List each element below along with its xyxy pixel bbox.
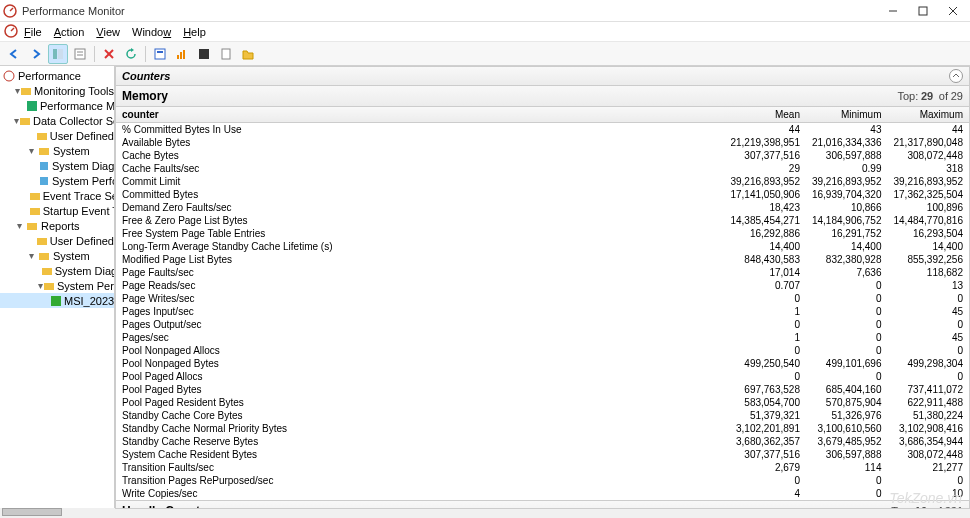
memory-title: Memory (122, 89, 168, 103)
menu-action[interactable]: Action (48, 24, 91, 40)
forward-button[interactable] (26, 44, 46, 64)
table-row[interactable]: Pool Nonpaged Allocs000 (116, 344, 970, 357)
tree-monitoring-tools[interactable]: ▾Monitoring Tools (0, 83, 114, 98)
refresh-button[interactable] (121, 44, 141, 64)
counters-header[interactable]: Counters (115, 66, 970, 86)
table-row[interactable]: Pool Paged Resident Bytes583,054,700570,… (116, 396, 970, 409)
col-max[interactable]: Maximum (887, 107, 969, 123)
table-row[interactable]: Transition Pages RePurposed/sec000 (116, 474, 970, 487)
tree-userdef2[interactable]: User Defined (0, 233, 114, 248)
view-report-button[interactable] (150, 44, 170, 64)
table-row[interactable]: Free System Page Table Entries16,292,886… (116, 227, 970, 240)
table-row[interactable]: Pages Output/sec000 (116, 318, 970, 331)
svg-rect-32 (39, 253, 49, 260)
table-row[interactable]: Cache Faults/sec290.99318 (116, 162, 970, 175)
report-content[interactable]: Counters Memory Top: 29 of 29 counter Me… (115, 66, 970, 508)
tree-sysperf2[interactable]: ▾System Performance (0, 278, 114, 293)
table-row[interactable]: Long-Term Average Standby Cache Lifetime… (116, 240, 970, 253)
tree-root[interactable]: Performance (0, 68, 114, 83)
handle-section-header[interactable]: Handle Count Top: 10 of 331 (115, 501, 970, 508)
view-chart-button[interactable] (172, 44, 192, 64)
table-row[interactable]: Demand Zero Faults/sec18,42310,866100,89… (116, 201, 970, 214)
col-counter[interactable]: counter (116, 107, 725, 123)
table-row[interactable]: Available Bytes21,219,398,95121,016,334,… (116, 136, 970, 149)
svg-rect-24 (37, 133, 47, 140)
cell-mean: 0 (724, 318, 806, 331)
menu-help[interactable]: Help (177, 24, 212, 40)
table-row[interactable]: Free & Zero Page List Bytes14,385,454,27… (116, 214, 970, 227)
cell-mean: 499,250,540 (724, 357, 806, 370)
table-row[interactable]: Committed Bytes17,141,050,90616,939,704,… (116, 188, 970, 201)
tree-dcs[interactable]: ▾Data Collector Sets (0, 113, 114, 128)
folder-button[interactable] (238, 44, 258, 64)
table-row[interactable]: Cache Bytes307,377,516306,597,888308,072… (116, 149, 970, 162)
maximize-button[interactable] (908, 1, 938, 21)
cell-name: Cache Faults/sec (116, 162, 725, 175)
app-icon (2, 3, 18, 19)
menu-window[interactable]: Window (126, 24, 177, 40)
cell-min: 7,636 (806, 266, 888, 279)
tree-perfmon[interactable]: Performance Monitor (0, 98, 114, 113)
tree-reports[interactable]: ▾Reports (0, 218, 114, 233)
cell-max: 0 (887, 370, 969, 383)
cell-mean: 0 (724, 474, 806, 487)
table-row[interactable]: Pool Paged Bytes697,763,528685,404,16073… (116, 383, 970, 396)
table-row[interactable]: Pool Paged Allocs000 (116, 370, 970, 383)
view-log-button[interactable] (216, 44, 236, 64)
table-row[interactable]: Page Reads/sec0.707013 (116, 279, 970, 292)
toolbar (0, 42, 970, 66)
col-min[interactable]: Minimum (806, 107, 888, 123)
tree-sets[interactable]: Startup Event Trace Sessions (0, 203, 114, 218)
view-histogram-button[interactable] (194, 44, 214, 64)
memory-section-header[interactable]: Memory Top: 29 of 29 (115, 86, 970, 107)
tree-system2[interactable]: ▾System (0, 248, 114, 263)
table-row[interactable]: Standby Cache Reserve Bytes3,680,362,357… (116, 435, 970, 448)
tree-userdef1[interactable]: User Defined (0, 128, 114, 143)
delete-button[interactable] (99, 44, 119, 64)
table-row[interactable]: Page Writes/sec000 (116, 292, 970, 305)
tree-msi-report[interactable]: MSI_20230714-000001 (0, 293, 114, 308)
cell-mean: 307,377,516 (724, 448, 806, 461)
show-hide-tree-button[interactable] (48, 44, 68, 64)
navigation-tree[interactable]: Performance ▾Monitoring Tools Performanc… (0, 66, 115, 508)
table-row[interactable]: Commit Limit39,216,893,95239,216,893,952… (116, 175, 970, 188)
cell-max: 308,072,448 (887, 149, 969, 162)
cell-name: Pool Nonpaged Bytes (116, 357, 725, 370)
cell-max: 0 (887, 292, 969, 305)
menu-file[interactable]: File (18, 24, 48, 40)
cell-name: % Committed Bytes In Use (116, 123, 725, 137)
cell-min: 0 (806, 279, 888, 292)
cell-name: Page Reads/sec (116, 279, 725, 292)
tree-system1[interactable]: ▾System (0, 143, 114, 158)
col-mean[interactable]: Mean (724, 107, 806, 123)
menu-view[interactable]: View (90, 24, 126, 40)
svg-rect-7 (58, 49, 63, 59)
table-row[interactable]: System Cache Resident Bytes307,377,51630… (116, 448, 970, 461)
tree-sysdiag1[interactable]: System Diagnostics (0, 158, 114, 173)
table-row[interactable]: Standby Cache Core Bytes51,379,32151,326… (116, 409, 970, 422)
table-row[interactable]: Write Copies/sec4010 (116, 487, 970, 501)
tree-sysperf1[interactable]: System Performance (0, 173, 114, 188)
table-row[interactable]: Modified Page List Bytes848,430,583832,3… (116, 253, 970, 266)
cell-max: 51,380,224 (887, 409, 969, 422)
collapse-icon[interactable] (949, 69, 963, 83)
minimize-button[interactable] (878, 1, 908, 21)
table-row[interactable]: % Committed Bytes In Use444344 (116, 123, 970, 137)
table-row[interactable]: Transition Faults/sec2,67911421,277 (116, 461, 970, 474)
table-row[interactable]: Pages Input/sec1045 (116, 305, 970, 318)
table-row[interactable]: Pool Nonpaged Bytes499,250,540499,101,69… (116, 357, 970, 370)
cell-max: 118,682 (887, 266, 969, 279)
back-button[interactable] (4, 44, 24, 64)
tree-sysdiag2[interactable]: System Diagnostics (0, 263, 114, 278)
close-button[interactable] (938, 1, 968, 21)
table-row[interactable]: Pages/sec1045 (116, 331, 970, 344)
tree-hscrollbar[interactable] (0, 508, 115, 518)
properties-button[interactable] (70, 44, 90, 64)
cell-min: 0 (806, 318, 888, 331)
tree-ets[interactable]: Event Trace Sessions (0, 188, 114, 203)
table-row[interactable]: Standby Cache Normal Priority Bytes3,102… (116, 422, 970, 435)
cell-min: 51,326,976 (806, 409, 888, 422)
table-row[interactable]: Page Faults/sec17,0147,636118,682 (116, 266, 970, 279)
cell-min: 0.99 (806, 162, 888, 175)
cell-max: 45 (887, 305, 969, 318)
